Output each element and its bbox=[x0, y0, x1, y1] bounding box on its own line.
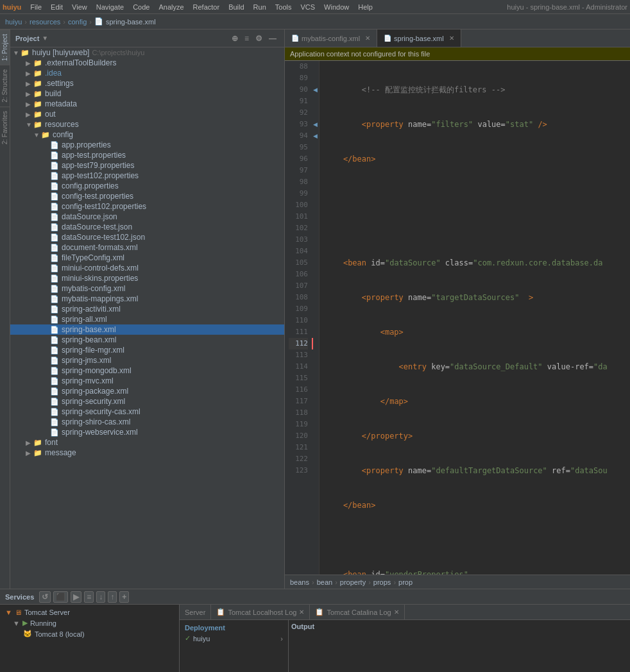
menu-window[interactable]: Window bbox=[320, 2, 353, 12]
tree-item-app-test79-props[interactable]: 📄 app-test79.properties bbox=[10, 160, 284, 171]
tree-item-label: metadata bbox=[45, 99, 77, 108]
services-run-btn[interactable]: ▶ bbox=[71, 591, 81, 603]
breadcrumb-resources[interactable]: resources bbox=[30, 18, 60, 26]
code-content-area[interactable]: <!-- 配置监控统计拦截的filters --> <property name… bbox=[319, 61, 630, 575]
breadcrumb-filename: spring-base.xml bbox=[106, 18, 156, 26]
tree-item-spring-jms[interactable]: 📄 spring-jms.xml bbox=[10, 355, 284, 365]
menu-navigate[interactable]: Navigate bbox=[92, 2, 128, 12]
tree-item-idea[interactable]: ▶ 📁 .idea bbox=[10, 68, 284, 78]
bc-property[interactable]: property bbox=[340, 578, 366, 586]
tree-item-font[interactable]: ▶ 📁 font bbox=[10, 437, 284, 448]
tree-item-spring-security[interactable]: 📄 spring-security.xml bbox=[10, 396, 284, 407]
menu-edit[interactable]: Edit bbox=[47, 2, 67, 12]
tree-item-build[interactable]: ▶ 📁 build bbox=[10, 88, 284, 99]
window-title: huiyu - spring-base.xml - Administrator bbox=[507, 3, 627, 11]
tree-item-settings[interactable]: ▶ 📁 .settings bbox=[10, 78, 284, 88]
sidebar-settings-btn[interactable]: ⚙ bbox=[253, 33, 265, 44]
menu-help[interactable]: Help bbox=[354, 2, 377, 12]
menu-vcs[interactable]: VCS bbox=[296, 2, 319, 12]
menu-tools[interactable]: Tools bbox=[271, 2, 296, 12]
tree-item-spring-webservice[interactable]: 📄 spring-webservice.xml bbox=[10, 427, 284, 437]
tab-project[interactable]: 1: Project bbox=[0, 29, 10, 65]
file-icon: 📄 bbox=[50, 326, 59, 334]
services-item-running[interactable]: ▼ ▶ Running bbox=[0, 617, 179, 628]
tree-item-spring-file-mgr[interactable]: 📄 spring-file-mgr.xml bbox=[10, 345, 284, 355]
code-editor[interactable]: 88 89 90 91 92 93 94 95 96 97 98 99 100 … bbox=[285, 61, 630, 575]
tree-item-spring-package[interactable]: 📄 spring-package.xml bbox=[10, 386, 284, 396]
sidebar-locate-btn[interactable]: ⊕ bbox=[229, 33, 241, 44]
tree-item-spring-base[interactable]: 📄 spring-base.xml bbox=[10, 324, 284, 335]
tree-item-spring-all[interactable]: 📄 spring-all.xml bbox=[10, 314, 284, 324]
services-filter-btn[interactable]: ≡ bbox=[84, 591, 94, 603]
folder-icon: 📁 bbox=[41, 131, 50, 139]
tree-item-metadata[interactable]: ▶ 📁 metadata bbox=[10, 99, 284, 109]
tree-item-app-test102-props[interactable]: 📄 app-test102.properties bbox=[10, 171, 284, 181]
bc-bean[interactable]: bean bbox=[317, 578, 332, 586]
tree-item-datasource-test-json[interactable]: 📄 dataSource-test.json bbox=[10, 222, 284, 232]
editor-tab-spring-base[interactable]: 📄 spring-base.xml ✕ bbox=[377, 29, 461, 47]
menu-build[interactable]: Build bbox=[225, 2, 248, 12]
services-refresh-btn[interactable]: ↺ bbox=[39, 591, 51, 603]
editor-tabs: 📄 mybatis-config.xml ✕ 📄 spring-base.xml… bbox=[285, 29, 630, 47]
tree-item-mybatis-mappings[interactable]: 📄 mybatis-mappings.xml bbox=[10, 294, 284, 304]
tab-close-icon[interactable]: ✕ bbox=[449, 35, 454, 42]
deploy-item-huiyu[interactable]: ✓ huiyu › bbox=[182, 633, 285, 644]
tree-item-filetypeconfig[interactable]: 📄 fileTypeConfig.xml bbox=[10, 253, 284, 263]
menu-analyze[interactable]: Analyze bbox=[155, 2, 187, 12]
tree-item-app-test-props[interactable]: 📄 app-test.properties bbox=[10, 150, 284, 160]
tree-item-message[interactable]: ▶ 📁 message bbox=[10, 448, 284, 458]
tree-item-spring-activiti[interactable]: 📄 spring-activiti.xml bbox=[10, 304, 284, 314]
sidebar-dropdown-icon[interactable]: ▼ bbox=[42, 35, 48, 42]
line-num-110: 110 bbox=[289, 315, 308, 326]
tab-favorites[interactable]: 2: Favorites bbox=[0, 106, 10, 148]
tree-item-external[interactable]: ▶ 📁 .externalToolBuilders bbox=[10, 58, 284, 68]
menu-refactor[interactable]: Refactor bbox=[189, 2, 224, 12]
tree-item-spring-shiro-cas[interactable]: 📄 spring-shiro-cas.xml bbox=[10, 417, 284, 427]
services-item-tomcat[interactable]: ▼ 🖥 Tomcat Server bbox=[0, 607, 179, 617]
services-tab-catalina-log[interactable]: 📋 Tomcat Catalina Log ✕ bbox=[310, 605, 404, 619]
tree-item-mybatis-config[interactable]: 📄 mybatis-config.xml bbox=[10, 283, 284, 294]
tree-item-miniui-skins[interactable]: 📄 miniui-skins.properties bbox=[10, 273, 284, 283]
tree-item-config-props[interactable]: 📄 config.properties bbox=[10, 181, 284, 191]
breadcrumb-huiyu[interactable]: huiyu bbox=[5, 18, 22, 26]
services-item-tomcat8[interactable]: 🐱 Tomcat 8 (local) bbox=[0, 628, 179, 639]
services-stop-btn[interactable]: ⬛ bbox=[53, 591, 68, 603]
tree-item-document-formats[interactable]: 📄 document-formats.xml bbox=[10, 242, 284, 253]
services-tab-localhost-log[interactable]: 📋 Tomcat Localhost Log ✕ bbox=[211, 605, 310, 619]
tree-item-datasource-test102-json[interactable]: 📄 dataSource-test102.json bbox=[10, 232, 284, 242]
menu-code[interactable]: Code bbox=[129, 2, 153, 12]
tree-item-config-test102-props[interactable]: 📄 config-test102.properties bbox=[10, 201, 284, 212]
editor-tab-mybatis[interactable]: 📄 mybatis-config.xml ✕ bbox=[285, 29, 377, 47]
tree-root[interactable]: ▼ 📁 huiyu [huiyuweb] C:\projects\huiyu bbox=[10, 47, 284, 58]
tree-item-datasource-json[interactable]: 📄 dataSource.json bbox=[10, 212, 284, 222]
tree-item-app-props[interactable]: 📄 app.properties bbox=[10, 140, 284, 150]
tree-item-spring-security-cas[interactable]: 📄 spring-security-cas.xml bbox=[10, 407, 284, 417]
tree-item-spring-mongodb[interactable]: 📄 spring-mongodb.xml bbox=[10, 365, 284, 376]
tab-close-icon[interactable]: ✕ bbox=[365, 35, 370, 42]
tab-structure[interactable]: 2: Structure bbox=[0, 65, 10, 106]
services-add-btn[interactable]: + bbox=[119, 591, 129, 603]
tree-item-resources[interactable]: ▼ 📁 resources bbox=[10, 119, 284, 130]
menu-file[interactable]: File bbox=[26, 2, 46, 12]
tab-close-icon[interactable]: ✕ bbox=[299, 609, 304, 616]
menu-view[interactable]: View bbox=[68, 2, 91, 12]
bc-props[interactable]: props bbox=[373, 578, 391, 586]
services-tab-server[interactable]: Server bbox=[180, 605, 211, 619]
tab-close-icon[interactable]: ✕ bbox=[394, 609, 399, 616]
services-sort-down-btn[interactable]: ↓ bbox=[96, 591, 105, 603]
tree-item-spring-mvc[interactable]: 📄 spring-mvc.xml bbox=[10, 376, 284, 386]
bc-beans[interactable]: beans bbox=[290, 578, 309, 586]
sidebar-collapse-btn[interactable]: ≡ bbox=[242, 33, 251, 44]
services-sort-up-btn[interactable]: ↑ bbox=[108, 591, 117, 603]
tree-item-out[interactable]: ▶ 📁 out bbox=[10, 109, 284, 119]
tree-item-config-test-props[interactable]: 📄 config-test.properties bbox=[10, 191, 284, 201]
tree-item-label: app-test102.properties bbox=[62, 171, 139, 180]
menu-run[interactable]: Run bbox=[250, 2, 270, 12]
bc-prop[interactable]: prop bbox=[398, 578, 413, 586]
breadcrumb-config[interactable]: config bbox=[68, 18, 87, 26]
tree-item-config[interactable]: ▼ 📁 config bbox=[10, 130, 284, 140]
tree-item-miniui-control[interactable]: 📄 miniui-control-defs.xml bbox=[10, 263, 284, 273]
tree-item-spring-bean[interactable]: 📄 spring-bean.xml bbox=[10, 335, 284, 345]
project-tree: ▼ 📁 huiyu [huiyuweb] C:\projects\huiyu ▶… bbox=[10, 47, 284, 589]
sidebar-close-btn[interactable]: — bbox=[266, 33, 279, 44]
